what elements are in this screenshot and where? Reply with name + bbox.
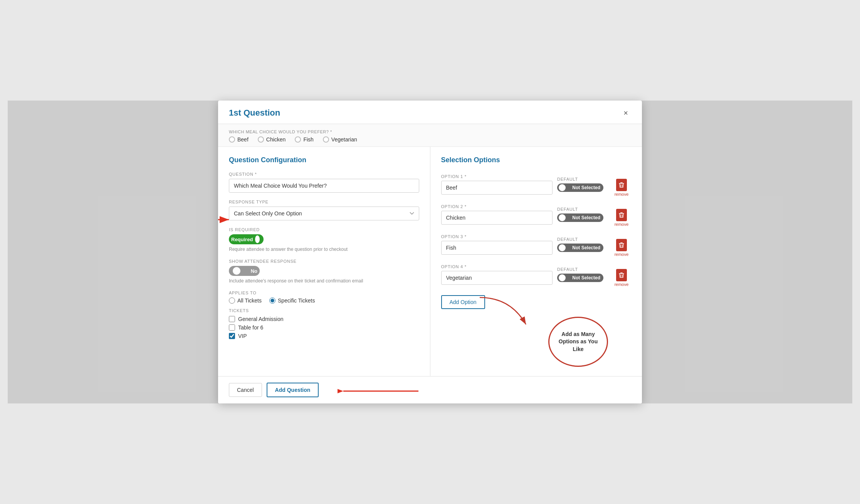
option-1-input[interactable]	[441, 181, 553, 195]
default-2-toggle[interactable]: Not Selected	[557, 213, 603, 222]
default-4-text: Not Selected	[572, 275, 600, 281]
default-2-text: Not Selected	[572, 215, 600, 220]
preview-label: WHICH MEAL CHOICE WOULD YOU PREFER? *	[229, 129, 631, 134]
ticket-vip[interactable]: VIP	[229, 333, 419, 339]
ticket-general-admission[interactable]: General Admission	[229, 316, 419, 322]
default-3-col: DEFAULT Not Selected	[557, 237, 607, 252]
show-attendee-toggle-row: No	[229, 266, 419, 276]
applies-all-label: All Tickets	[237, 297, 262, 304]
show-attendee-toggle-label: No	[251, 268, 257, 274]
applies-all-radio[interactable]	[229, 297, 235, 304]
applies-all-tickets[interactable]: All Tickets	[229, 297, 262, 304]
right-panel: Selection Options OPTION 1 * DEFAULT Not…	[430, 147, 642, 376]
default-3-toggle[interactable]: Not Selected	[557, 244, 603, 252]
remove-1-col: remove	[612, 172, 631, 197]
option-3-input[interactable]	[441, 241, 553, 255]
default-4-col: DEFAULT Not Selected	[557, 267, 607, 282]
preview-fish-label: Fish	[303, 136, 313, 143]
question-field-label: QUESTION *	[229, 172, 419, 176]
ticket-general-label: General Admission	[238, 316, 284, 322]
default-4-label: DEFAULT	[557, 267, 607, 272]
default-1-knob	[559, 184, 566, 191]
default-1-text: Not Selected	[572, 185, 600, 190]
right-section-title: Selection Options	[441, 156, 632, 164]
option-1-col: OPTION 1 *	[441, 174, 553, 195]
default-4-knob	[559, 274, 566, 281]
radio-chicken	[258, 136, 264, 143]
preview-option-chicken[interactable]: Chicken	[258, 136, 286, 143]
default-2-col: DEFAULT Not Selected	[557, 207, 607, 222]
cancel-button[interactable]: Cancel	[229, 383, 262, 397]
default-4-toggle[interactable]: Not Selected	[557, 274, 603, 282]
required-toggle[interactable]: Required	[229, 234, 264, 244]
ticket-table-for-6[interactable]: Table for 6	[229, 324, 419, 331]
tickets-section: TICKETS General Admission Table for 6 VI…	[229, 308, 419, 339]
annotation-area: Add as Many Options as You Like	[441, 317, 632, 367]
option-4-input[interactable]	[441, 271, 553, 285]
ticket-table-checkbox[interactable]	[229, 324, 235, 331]
annotation-text: Add as Many Options as You Like	[556, 331, 601, 353]
required-toggle-label: Required	[231, 237, 253, 242]
remove-4-label: remove	[615, 282, 629, 287]
modal-preview: WHICH MEAL CHOICE WOULD YOU PREFER? * Be…	[218, 124, 642, 147]
close-button[interactable]: ×	[620, 108, 631, 118]
default-1-col: DEFAULT Not Selected	[557, 177, 607, 192]
default-2-label: DEFAULT	[557, 207, 607, 212]
option-3-label: OPTION 3 *	[441, 234, 553, 239]
annotation-bubble: Add as Many Options as You Like	[548, 317, 608, 367]
applies-to-field-group: APPLIES TO All Tickets Specific Tickets	[229, 291, 419, 339]
remove-1-label: remove	[615, 192, 629, 197]
ticket-vip-checkbox[interactable]	[229, 333, 235, 339]
modal: 1st Question × WHICH MEAL CHOICE WOULD Y…	[218, 101, 642, 403]
preview-option-beef[interactable]: Beef	[229, 136, 249, 143]
tickets-label: TICKETS	[229, 308, 419, 313]
is-required-label: IS REQUIRED	[229, 227, 419, 232]
preview-options: Beef Chicken Fish Vegetarian	[229, 136, 631, 143]
default-3-label: DEFAULT	[557, 237, 607, 242]
required-toggle-row: Required	[229, 234, 419, 244]
trash-icon-2	[619, 212, 624, 218]
applies-to-label: APPLIES TO	[229, 291, 419, 295]
remove-4-col: remove	[612, 262, 631, 287]
left-panel: Question Configuration QUESTION * RESPON…	[218, 147, 430, 376]
ticket-vip-label: VIP	[238, 333, 247, 339]
footer-arrow	[338, 383, 422, 399]
remove-1-button[interactable]	[616, 179, 627, 191]
trash-icon-4	[619, 272, 624, 278]
option-row-4: OPTION 4 * DEFAULT Not Selected	[441, 262, 632, 287]
option-1-label: OPTION 1 *	[441, 174, 553, 179]
question-input[interactable]	[229, 179, 419, 193]
show-attendee-toggle[interactable]: No	[229, 266, 260, 276]
option-2-col: OPTION 2 *	[441, 204, 553, 225]
response-type-label: RESPONSE TYPE	[229, 200, 419, 204]
option-4-label: OPTION 4 *	[441, 264, 553, 269]
applies-specific-tickets[interactable]: Specific Tickets	[269, 297, 315, 304]
remove-4-button[interactable]	[616, 269, 627, 281]
option-row-3: OPTION 3 * DEFAULT Not Selected	[441, 232, 632, 257]
show-attendee-helper: Include attendee's response on their tic…	[229, 278, 419, 284]
preview-option-vegetarian[interactable]: Vegetarian	[323, 136, 357, 143]
modal-body: Question Configuration QUESTION * RESPON…	[218, 147, 642, 376]
left-section-title: Question Configuration	[229, 156, 419, 164]
required-toggle-knob	[255, 235, 260, 243]
show-attendee-knob	[233, 267, 240, 275]
remove-2-button[interactable]	[616, 209, 627, 221]
radio-beef	[229, 136, 235, 143]
default-1-label: DEFAULT	[557, 177, 607, 181]
response-type-select-wrapper: Can Select Only One Option Can Select Mu…	[229, 207, 419, 220]
annotation-arrow	[472, 294, 549, 340]
preview-option-fish[interactable]: Fish	[295, 136, 313, 143]
option-3-col: OPTION 3 *	[441, 234, 553, 255]
applies-specific-radio[interactable]	[269, 297, 275, 304]
ticket-general-checkbox[interactable]	[229, 316, 235, 322]
remove-3-button[interactable]	[616, 239, 627, 251]
default-1-toggle[interactable]: Not Selected	[557, 183, 603, 192]
option-2-input[interactable]	[441, 211, 553, 225]
trash-icon-3	[619, 242, 624, 248]
remove-3-col: remove	[612, 232, 631, 257]
response-type-select[interactable]: Can Select Only One Option Can Select Mu…	[229, 207, 419, 220]
option-row-1: OPTION 1 * DEFAULT Not Selected	[441, 172, 632, 197]
add-question-button[interactable]: Add Question	[267, 383, 319, 397]
applies-specific-label: Specific Tickets	[278, 297, 315, 304]
remove-2-col: remove	[612, 202, 631, 227]
